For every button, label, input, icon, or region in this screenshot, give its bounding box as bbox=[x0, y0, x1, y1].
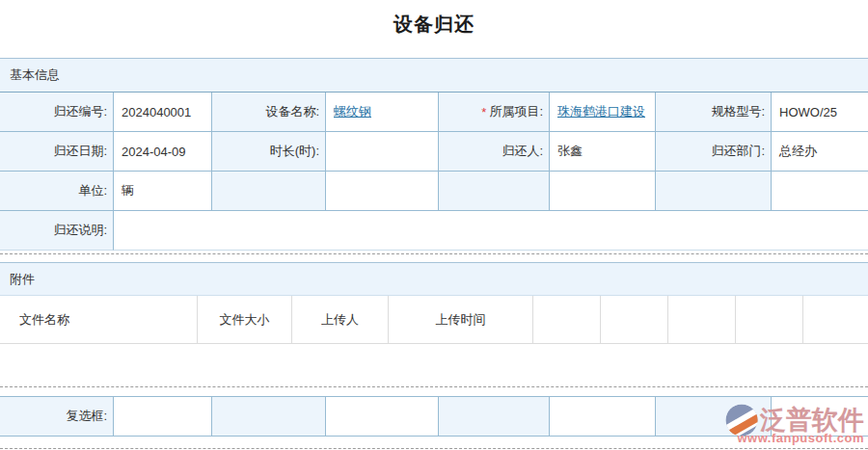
column-header-empty bbox=[736, 296, 803, 343]
required-asterisk: * bbox=[481, 105, 486, 119]
field-label-return-date: 归还日期: bbox=[0, 132, 114, 172]
empty-label-cell bbox=[656, 172, 772, 211]
basic-info-table: 归还编号: 2024040001 设备名称: 螺纹钢 *所属项目: 珠海鹤港口建… bbox=[0, 93, 868, 251]
basic-info-section-title: 基本信息 bbox=[0, 66, 60, 84]
empty-label-cell bbox=[439, 397, 550, 436]
field-label-equipment: 设备名称: bbox=[212, 93, 326, 132]
column-header-empty bbox=[601, 296, 668, 343]
empty-label-cell bbox=[212, 397, 326, 436]
field-label-spec-model: 规格型号: bbox=[656, 93, 772, 132]
dashed-separator bbox=[0, 253, 868, 254]
empty-value-cell bbox=[326, 397, 439, 436]
attachments-section-header: 附件 bbox=[0, 262, 868, 296]
equipment-name-link[interactable]: 螺纹钢 bbox=[334, 103, 371, 120]
attachments-section-title: 附件 bbox=[0, 271, 35, 288]
field-value-return-note bbox=[114, 211, 868, 251]
empty-value-cell bbox=[326, 172, 439, 211]
field-value-equipment: 螺纹钢 bbox=[326, 93, 439, 132]
column-header-file-name: 文件名称 bbox=[0, 296, 198, 343]
column-header-empty bbox=[533, 296, 601, 343]
column-header-upload-time: 上传时间 bbox=[389, 296, 533, 343]
field-label-checkbox: 复选框: bbox=[0, 397, 114, 436]
column-header-empty bbox=[803, 296, 868, 343]
field-label-return-dept: 归还部门: bbox=[656, 132, 772, 172]
field-label-return-note: 归还说明: bbox=[0, 211, 114, 251]
field-label-returner: 归还人: bbox=[439, 132, 550, 172]
basic-info-section-header: 基本信息 bbox=[0, 58, 868, 93]
project-link[interactable]: 珠海鹤港口建设 bbox=[557, 103, 645, 120]
field-value-returner: 张鑫 bbox=[550, 132, 656, 172]
field-label-unit: 单位: bbox=[0, 172, 114, 211]
empty-label-cell bbox=[212, 172, 326, 211]
fanpu-watermark: 泛普软件 www.fanpusoft.com bbox=[729, 403, 864, 445]
field-value-return-date: 2024-04-09 bbox=[114, 132, 212, 172]
field-value-unit: 辆 bbox=[114, 172, 212, 211]
attachments-table-header-row: 文件名称 文件大小 上传人 上传时间 bbox=[0, 296, 868, 344]
page-title: 设备归还 bbox=[0, 12, 868, 38]
field-value-project: 珠海鹤港口建设 bbox=[550, 93, 656, 132]
empty-value-cell bbox=[550, 397, 656, 436]
field-label-project: *所属项目: bbox=[439, 93, 550, 132]
watermark-url-text: www.fanpusoft.com bbox=[729, 431, 864, 445]
field-value-return-dept: 总经办 bbox=[772, 132, 868, 172]
equipment-return-page: 设备归还 基本信息 归还编号: 2024040001 设备名称: 螺纹钢 *所属… bbox=[0, 0, 868, 450]
field-value-return-no: 2024040001 bbox=[114, 93, 212, 132]
empty-label-cell bbox=[439, 172, 550, 211]
field-label-duration: 时长(时): bbox=[212, 132, 326, 172]
empty-value-cell bbox=[550, 172, 656, 211]
empty-value-cell bbox=[114, 397, 212, 436]
dashed-separator bbox=[0, 448, 868, 449]
field-label-return-no: 归还编号: bbox=[0, 93, 114, 132]
column-header-file-size: 文件大小 bbox=[198, 296, 292, 343]
empty-value-cell bbox=[772, 172, 868, 211]
field-value-spec-model: HOWO/25 bbox=[772, 93, 868, 132]
column-header-uploader: 上传人 bbox=[292, 296, 389, 343]
column-header-empty bbox=[668, 296, 736, 343]
dashed-separator bbox=[0, 386, 868, 387]
field-value-duration bbox=[326, 132, 439, 172]
